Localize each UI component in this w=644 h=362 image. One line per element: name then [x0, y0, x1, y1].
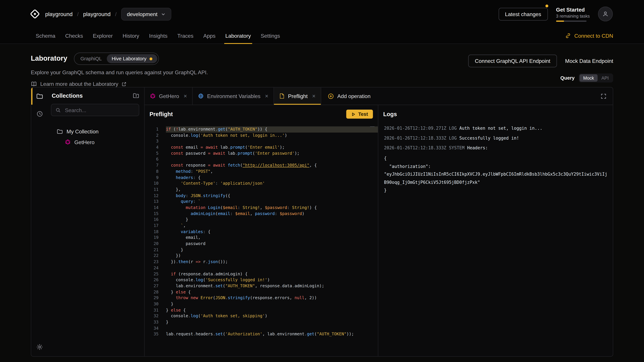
latest-changes-label: Latest changes: [505, 11, 541, 17]
graphql-icon: [150, 93, 156, 99]
collection-operation-item[interactable]: GetHero: [51, 137, 139, 147]
code-line: 6: [147, 157, 378, 163]
line-number: 5: [147, 150, 159, 157]
code-line: 11 },: [147, 187, 378, 193]
code-line: 19 email,: [147, 235, 378, 241]
collection-folder-item[interactable]: My Collection: [51, 126, 139, 137]
operation-tabs: GetHero×Environment Variables×Preflight×: [144, 87, 321, 105]
nav-tab-apps[interactable]: Apps: [198, 28, 220, 43]
nav-tab-history[interactable]: History: [118, 28, 144, 43]
breadcrumb-items: playground / playground / development: [45, 7, 172, 20]
code-line: 3: [147, 138, 378, 144]
code-line: 5 const password = await lab.prompt('Ent…: [147, 150, 378, 157]
code-line: 35lab.request.headers.set('Authorization…: [147, 331, 378, 337]
tab-gethero[interactable]: GetHero×: [144, 87, 193, 105]
close-icon[interactable]: ×: [312, 93, 316, 99]
nav-tabs: SchemaChecksExplorerHistoryInsightsTrace…: [31, 28, 285, 43]
get-started-widget[interactable]: Get Started 3 remaining tasks: [556, 6, 590, 22]
logs-title: Logs: [383, 111, 397, 117]
connect-graphql-api-endpoint-button[interactable]: Connect GraphQL API Endpoint: [468, 55, 557, 67]
search-icon: [56, 107, 61, 113]
line-number: 14: [147, 205, 159, 211]
nav-tab-settings[interactable]: Settings: [256, 28, 285, 43]
latest-changes-button[interactable]: Latest changes: [498, 7, 548, 20]
line-number: 20: [147, 241, 159, 247]
connect-to-cdn-link[interactable]: Connect to CDN: [565, 28, 613, 43]
log-level: LOG: [449, 125, 457, 130]
log-timestamp: 2026-01-26T12:12:18.333Z: [384, 145, 446, 150]
close-icon[interactable]: ×: [265, 93, 268, 99]
collections-rail-icon[interactable]: [36, 93, 43, 100]
new-collection-icon[interactable]: [133, 92, 139, 99]
nav-tab-traces[interactable]: Traces: [172, 28, 198, 43]
line-number: 26: [147, 277, 159, 283]
line-number: 29: [147, 295, 159, 301]
query-mode-mock[interactable]: Mock: [580, 74, 598, 82]
code-line: 27 lab.environment.set("AUTH_TOKEN", res…: [147, 283, 378, 289]
code-line: 16 }: [147, 217, 378, 223]
nav-tab-checks[interactable]: Checks: [60, 28, 88, 43]
editor-scrollbar-handle[interactable]: —: [370, 124, 375, 128]
line-number: 27: [147, 283, 159, 289]
log-level: LOG: [449, 135, 457, 140]
code-line: 25 if (response.data.adminLogin) {: [147, 271, 378, 277]
nav-tab-schema[interactable]: Schema: [31, 28, 60, 43]
book-icon: [31, 81, 37, 87]
mode-option-graphiql[interactable]: GraphiQL: [76, 54, 107, 63]
line-number: 6: [147, 157, 159, 163]
log-json-line: "eyJhbGciOiJIUzI1NiIsInR5cCI6IkpXVCJ9.ey…: [384, 170, 607, 178]
collections-panel: Collections My CollectionGetHero: [48, 87, 144, 356]
code-line: 26 console.log('Successfully logged in!'…: [147, 277, 378, 283]
tab-preflight[interactable]: Preflight×: [274, 87, 321, 105]
search-input[interactable]: [64, 107, 135, 114]
screen: playground / playground / development La…: [0, 0, 644, 362]
code-line: 2 console.log('Auth token not set, loggi…: [147, 132, 378, 138]
test-button[interactable]: Test: [346, 110, 373, 119]
collections-search[interactable]: [51, 104, 139, 116]
history-rail-icon[interactable]: [36, 110, 43, 117]
log-timestamp: 2026-01-26T12:12:18.333Z: [384, 135, 446, 140]
line-number: 1: [147, 126, 159, 132]
log-message: Headers:: [467, 145, 488, 150]
user-avatar[interactable]: [598, 6, 613, 21]
log-message: Auth token not set, loggin in...: [459, 125, 542, 130]
line-number: 9: [147, 175, 159, 181]
tab-environment-variables[interactable]: Environment Variables×: [193, 87, 274, 105]
line-number: 23: [147, 259, 159, 265]
target-selector[interactable]: development: [121, 7, 172, 20]
close-icon[interactable]: ×: [184, 93, 187, 99]
page-header-right: Connect GraphQL API Endpoint Mock Data E…: [468, 52, 613, 87]
log-entry: 2026-01-26T12:12:18.333Z SYSTEM Headers:: [384, 144, 607, 151]
breadcrumb: playground / playground / development: [30, 7, 172, 20]
nav-tab-insights[interactable]: Insights: [144, 28, 172, 43]
hive-logo[interactable]: [30, 8, 40, 19]
line-number: 24: [147, 265, 159, 271]
add-operation-button[interactable]: Add operation: [321, 87, 377, 105]
line-number: 8: [147, 169, 159, 175]
query-mode-api[interactable]: API: [598, 74, 612, 82]
breadcrumb-org[interactable]: playground: [45, 11, 72, 17]
nav-tab-laboratory[interactable]: Laboratory: [220, 28, 256, 43]
breadcrumb-project[interactable]: playground: [83, 11, 111, 17]
mode-option-hive-laboratory[interactable]: Hive Laboratory: [107, 54, 157, 63]
line-number: 2: [147, 132, 159, 138]
code-editor[interactable]: 1if (!lab.environment.get("AUTH_TOKEN"))…: [144, 123, 378, 356]
nav-tab-explorer[interactable]: Explorer: [88, 28, 118, 43]
line-number: 10: [147, 181, 159, 187]
collections-title: Collections: [52, 92, 83, 99]
line-number: 18: [147, 229, 159, 235]
code-line: 4 const email = await lab.prompt('Enter …: [147, 144, 378, 150]
log-entry: 2026-01-26T12:12:09.271Z LOG Auth token …: [384, 125, 607, 131]
learn-more-link[interactable]: Learn more about the Laboratory: [31, 81, 208, 87]
mock-data-endpoint-button[interactable]: Mock Data Endpoint: [565, 58, 613, 64]
code-line: 20 password: [147, 241, 378, 247]
tab-label: Environment Variables: [207, 93, 260, 99]
plus-circle-icon: [328, 93, 334, 99]
settings-rail-icon[interactable]: [36, 344, 43, 351]
fullscreen-icon[interactable]: [600, 93, 606, 99]
code-line: 17 `,: [147, 223, 378, 229]
topbar: playground / playground / development La…: [0, 0, 644, 28]
editor-area: GetHero×Environment Variables×Preflight×…: [144, 87, 613, 356]
code-line: 12 body: JSON.stringify({: [147, 193, 378, 199]
code-line: 24: [147, 265, 378, 271]
